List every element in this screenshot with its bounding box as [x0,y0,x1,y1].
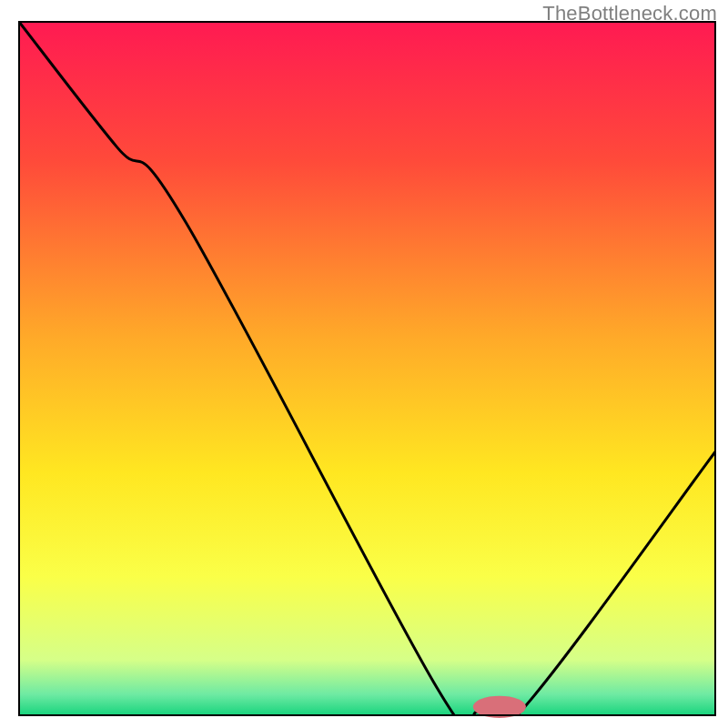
chart-background [19,22,715,715]
bottleneck-chart [0,0,728,728]
chart-root: TheBottleneck.com [0,0,728,728]
plot-area [19,22,715,728]
watermark-text: TheBottleneck.com [542,2,717,25]
